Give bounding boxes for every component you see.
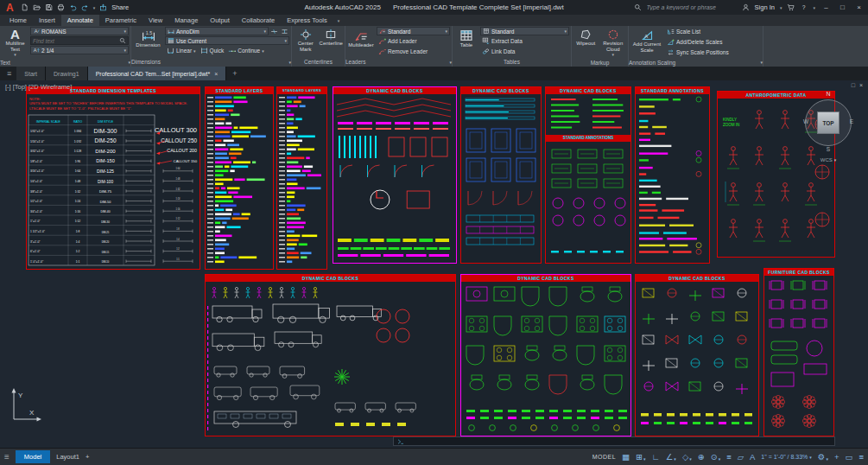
remove-leader-button[interactable]: Remove Leader: [377, 47, 450, 56]
file-tab[interactable]: Start: [16, 67, 46, 80]
close-drawing-icon[interactable]: ×: [859, 82, 863, 88]
viewport-control-view[interactable]: [Top]: [13, 83, 27, 91]
find-search-icon[interactable]: [119, 37, 126, 44]
ortho-icon[interactable]: ∟: [652, 452, 660, 462]
close-tab-icon[interactable]: ×: [214, 71, 218, 77]
model-tab[interactable]: Model: [16, 450, 50, 463]
ribbon-tab-collaborate[interactable]: Collaborate: [236, 15, 281, 26]
dim-break-button[interactable]: [269, 28, 279, 35]
command-input[interactable]: [407, 438, 831, 444]
app-store-cart-icon[interactable]: [787, 3, 795, 11]
cad-panel-furniture[interactable]: FURNITURE CAD BLOCKS: [763, 268, 834, 436]
scale-list-button[interactable]: Scale List: [665, 27, 761, 36]
layout1-tab[interactable]: Layout1: [56, 453, 79, 461]
keyword-search-input[interactable]: [647, 4, 737, 10]
cad-panel-dims[interactable]: STANDARD DIMENSION TEMPLATESNOTE:UNITS M…: [26, 86, 200, 270]
multiline-text-button[interactable]: A Multiline Text ▾: [2, 27, 29, 58]
viewcube-south[interactable]: S: [827, 146, 830, 152]
add-delete-scales-button[interactable]: Add/Delete Scales: [665, 37, 761, 47]
open-file-icon[interactable]: [33, 3, 41, 11]
minimize-button[interactable]: –: [820, 3, 832, 11]
grid-icon[interactable]: ▦: [622, 452, 630, 462]
revision-cloud-button[interactable]: Revision Cloud ▾: [600, 27, 626, 58]
share-icon[interactable]: [99, 3, 107, 11]
ribbon-tab-annotate[interactable]: Annotate: [61, 15, 99, 26]
search-icon[interactable]: [634, 3, 642, 11]
table-style-combo[interactable]: Standard▾: [480, 27, 569, 35]
find-text-input[interactable]: [33, 38, 119, 44]
viewport-control-visual-style[interactable]: [2D Wireframe]: [29, 83, 72, 91]
table-button[interactable]: Table: [454, 27, 478, 56]
cad-panel-vehicles[interactable]: DYNAMIC CAD BLOCKS: [205, 274, 456, 436]
close-button[interactable]: ×: [853, 3, 865, 11]
multileader-button[interactable]: Multileader: [347, 27, 375, 56]
snap-mode-icon[interactable]: ⊞▾: [636, 452, 645, 462]
dim-layer-combo[interactable]: Use Current▾: [165, 36, 289, 45]
dim-style-combo[interactable]: AnnoDim▾: [165, 27, 269, 35]
qat-dropdown-icon[interactable]: ▾: [93, 5, 96, 10]
lineweight-icon[interactable]: ≡: [726, 452, 732, 462]
viewcube[interactable]: N W TOP E S WCS▾: [803, 91, 853, 170]
new-drawing-tab-button[interactable]: +: [226, 67, 243, 80]
dimensions-panel-label[interactable]: Dimensions▾: [131, 57, 291, 67]
add-current-scale-button[interactable]: A Add Current Scale: [630, 27, 663, 57]
continue-dimension-button[interactable]: Continue▾: [226, 46, 266, 55]
add-leader-button[interactable]: Add Leader: [377, 36, 450, 46]
dim-adjust-space-button[interactable]: [280, 28, 289, 35]
restore-drawing-icon[interactable]: □: [852, 82, 855, 88]
help-icon[interactable]: ?: [800, 3, 808, 11]
ribbon-tab-parametric[interactable]: Parametric: [99, 15, 143, 26]
osnap-icon[interactable]: ⊙▾: [711, 452, 720, 462]
viewcube-east[interactable]: E: [850, 118, 853, 124]
dimension-button[interactable]: 1.5 Dimension: [133, 27, 163, 56]
annotation-visibility-icon[interactable]: A: [750, 452, 755, 462]
polar-tracking-icon[interactable]: ∠▾: [666, 452, 676, 462]
annotation-scaling-panel-label[interactable]: Annotation Scaling▾: [629, 58, 763, 67]
file-tab-menu-icon[interactable]: ≡: [2, 67, 16, 80]
cad-panel-fixtures[interactable]: DYNAMIC CAD BLOCKS: [460, 274, 631, 436]
extract-data-button[interactable]: Extract Data: [480, 36, 569, 46]
viewport-control-minus[interactable]: [-]: [5, 83, 11, 91]
ribbon-display-toggle-icon[interactable]: ▾: [333, 15, 345, 26]
cad-panel-layers2[interactable]: STANDARD LAYERS: [276, 86, 327, 270]
cad-panel-blocks-c[interactable]: DYNAMIC CAD BLOCKSSTANDARD ANNOTATIONS: [545, 86, 631, 264]
share-button[interactable]: Share: [111, 3, 129, 11]
model-space-indicator[interactable]: MODEL: [592, 454, 616, 460]
command-line[interactable]: [393, 436, 835, 446]
status-menu-icon[interactable]: ≡: [4, 452, 10, 462]
save-icon[interactable]: [45, 3, 53, 11]
center-mark-button[interactable]: Center Mark: [294, 27, 318, 56]
text-style-combo[interactable]: A ROMANS▾: [30, 27, 129, 35]
centerline-button[interactable]: Centerline: [320, 27, 344, 56]
clean-screen-icon[interactable]: ▭: [845, 452, 852, 462]
sign-in-button[interactable]: Sign In: [755, 3, 775, 11]
help-dropdown-icon[interactable]: ▾: [813, 5, 815, 10]
osnap-tracking-icon[interactable]: ⊕: [698, 452, 705, 462]
sign-in-dropdown-icon[interactable]: ▾: [780, 5, 782, 10]
ribbon-tab-home[interactable]: Home: [3, 15, 33, 26]
ribbon-tab-manage[interactable]: Manage: [168, 15, 204, 26]
customization-icon[interactable]: ≡: [858, 452, 864, 462]
quick-dimension-button[interactable]: Quick: [199, 46, 226, 55]
linear-dimension-button[interactable]: Linear▾: [165, 46, 198, 55]
ribbon-tab-view[interactable]: View: [143, 15, 168, 26]
cad-panel-blocks-b[interactable]: DYNAMIC CAD BLOCKS: [460, 86, 542, 264]
user-icon[interactable]: [742, 3, 750, 11]
ucs-icon[interactable]: Y X: [5, 385, 43, 426]
add-layout-button[interactable]: +: [86, 453, 89, 461]
wipeout-button[interactable]: Wipeout: [573, 27, 599, 58]
viewcube-west[interactable]: W: [803, 118, 808, 124]
undo-icon[interactable]: [69, 3, 77, 11]
leaders-panel-label[interactable]: Leaders▾: [345, 57, 452, 67]
multileader-style-combo[interactable]: Standard▾: [377, 27, 450, 35]
annotation-scale-button[interactable]: 1" = 1'-0" / 8.33%▾: [761, 454, 812, 460]
redo-icon[interactable]: [81, 3, 89, 11]
workspace-gear-icon[interactable]: ⚙▾: [818, 452, 828, 462]
viewcube-top-face[interactable]: TOP: [817, 111, 839, 134]
find-text-field[interactable]: [30, 36, 129, 45]
ribbon-tab-insert[interactable]: Insert: [33, 15, 61, 26]
file-tab[interactable]: Drawing1: [46, 67, 88, 80]
transparency-icon[interactable]: ▱: [738, 452, 744, 462]
text-height-combo[interactable]: A 2 1/4▾: [30, 46, 129, 54]
new-file-icon[interactable]: [21, 3, 29, 11]
